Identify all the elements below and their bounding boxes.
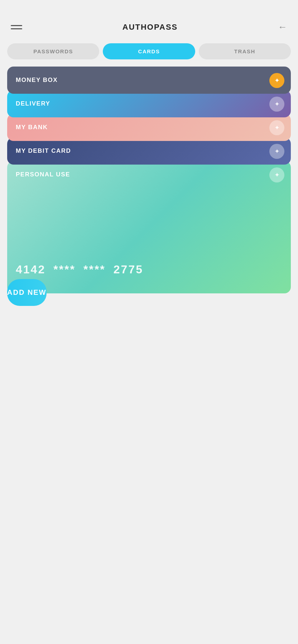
card-label: MY DEBIT CARD: [16, 147, 71, 154]
tab-trash[interactable]: TRASH: [199, 43, 291, 59]
back-button[interactable]: ←: [278, 21, 287, 33]
card-label: PERSONAL USE: [16, 171, 282, 178]
pin-button[interactable]: ✦: [269, 144, 284, 159]
card-label: MY BANK: [16, 124, 48, 131]
pin-button[interactable]: ✦: [269, 73, 284, 88]
hamburger-menu[interactable]: [11, 25, 22, 29]
card-my-bank[interactable]: MY BANK ✦: [7, 114, 291, 141]
card-number-seg-2: ****: [53, 263, 76, 276]
cards-list: MONEY BOX ✦ DELIVERY ✦ MY BANK ✦ MY DEBI…: [0, 67, 298, 293]
pin-button[interactable]: ✦: [269, 97, 284, 112]
add-new-button[interactable]: ADD NEW: [7, 279, 47, 306]
card-label: DELIVERY: [16, 100, 50, 107]
card-my-debit[interactable]: MY DEBIT CARD ✦: [7, 137, 291, 165]
header: AUTHOPASS ←: [0, 0, 298, 40]
tab-bar: PASSWORDS CARDS TRASH: [0, 40, 298, 67]
pin-button[interactable]: ✦: [269, 120, 284, 135]
card-number-seg-1: 4142: [16, 263, 45, 276]
card-number-seg-4: 2775: [114, 263, 143, 276]
card-delivery[interactable]: DELIVERY ✦: [7, 90, 291, 117]
pin-button[interactable]: ✦: [269, 167, 284, 182]
card-number-seg-3: ****: [83, 263, 106, 276]
card-personal[interactable]: PERSONAL USE ✦ 4142 **** **** 2775: [7, 161, 291, 293]
tab-cards[interactable]: CARDS: [103, 43, 195, 59]
card-label: MONEY BOX: [16, 77, 58, 83]
card-money-box[interactable]: MONEY BOX ✦: [7, 67, 291, 94]
tab-passwords[interactable]: PASSWORDS: [7, 43, 99, 59]
app-title: AUTHOPASS: [122, 23, 178, 32]
card-number: 4142 **** **** 2775: [16, 249, 282, 283]
